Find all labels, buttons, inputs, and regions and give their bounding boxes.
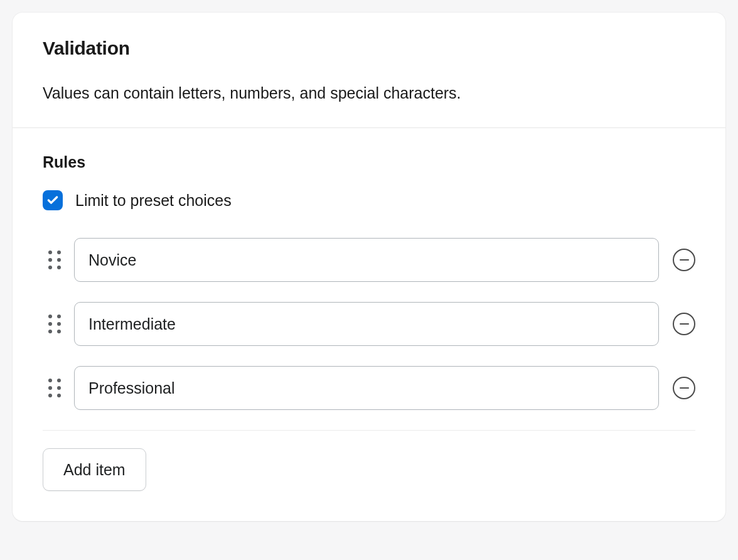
checkmark-icon — [46, 194, 59, 207]
choice-input[interactable] — [74, 302, 659, 346]
choice-input[interactable] — [74, 238, 659, 282]
limit-choices-row: Limit to preset choices — [43, 190, 695, 210]
add-item-button[interactable]: Add item — [43, 448, 146, 491]
card-body: Rules Limit to preset choices — [13, 128, 725, 521]
minus-icon — [680, 259, 689, 261]
remove-choice-button[interactable] — [673, 313, 695, 335]
drag-handle-icon[interactable] — [43, 247, 60, 272]
drag-handle-icon[interactable] — [43, 375, 60, 401]
card-header: Validation Values can contain letters, n… — [13, 13, 725, 128]
minus-icon — [680, 323, 689, 325]
remove-choice-button[interactable] — [673, 249, 695, 271]
choice-list — [43, 238, 695, 431]
validation-card: Validation Values can contain letters, n… — [13, 13, 725, 521]
choice-row — [43, 302, 695, 346]
card-title: Validation — [43, 38, 695, 59]
limit-choices-label: Limit to preset choices — [75, 191, 232, 210]
choice-row — [43, 366, 695, 410]
card-description: Values can contain letters, numbers, and… — [43, 84, 695, 102]
limit-choices-checkbox[interactable] — [43, 190, 63, 210]
rules-label: Rules — [43, 153, 695, 171]
choice-row — [43, 238, 695, 282]
remove-choice-button[interactable] — [673, 377, 695, 399]
drag-handle-icon[interactable] — [43, 311, 60, 337]
choice-input[interactable] — [74, 366, 659, 410]
minus-icon — [680, 387, 689, 389]
